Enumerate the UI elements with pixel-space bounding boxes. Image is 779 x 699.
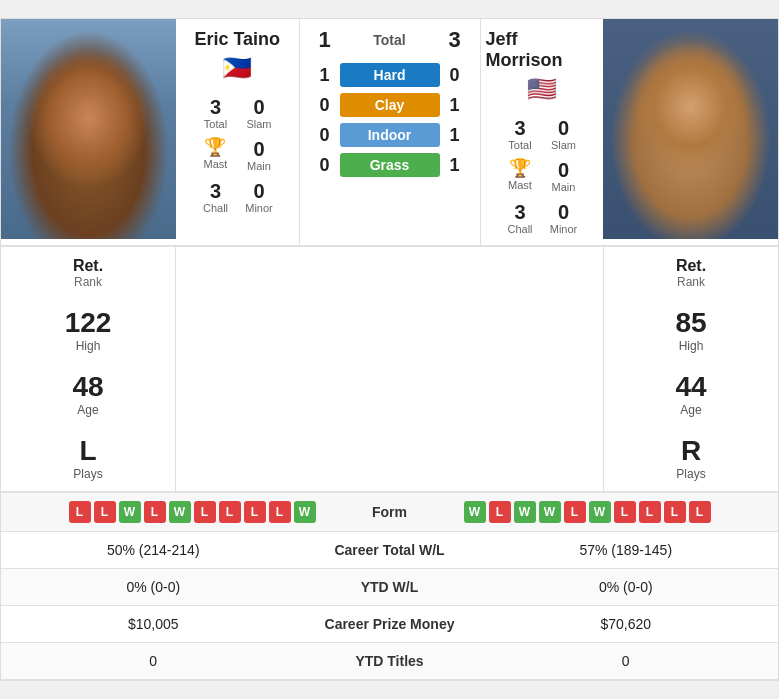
right-form-6: W [589,501,611,523]
hard-row: 1 Hard 0 [310,63,470,87]
ytd-wl-label: YTD W/L [290,579,490,595]
right-plays-cell: R Plays [676,435,705,481]
left-player-photo [1,19,176,239]
total-score-row: 1 Total 3 [310,27,470,53]
middle-section: Ret. Rank 122 High 48 Age L Plays Ret. R… [1,247,778,491]
right-flag: 🇺🇸 [527,75,557,103]
left-main-value: 0 [253,138,264,160]
right-slam-cell: 0 Slam [550,117,578,151]
right-form-7: L [614,501,636,523]
right-form-3: W [514,501,536,523]
left-mast-cell: 🏆 Mast [202,138,230,172]
left-ytd-titles: 0 [17,653,290,669]
left-form-9: L [269,501,291,523]
left-slam-label: Slam [246,118,271,130]
left-flag: 🇵🇭 [222,54,252,82]
career-wl-label: Career Total W/L [290,542,490,558]
right-age-label: Age [675,403,706,417]
grass-left-score: 0 [310,155,340,176]
indoor-left-score: 0 [310,125,340,146]
right-form-1: W [464,501,486,523]
right-form-10: L [689,501,711,523]
clay-left-score: 0 [310,95,340,116]
right-player-name: Jeff Morrison [486,29,599,71]
right-form-9: L [664,501,686,523]
left-form-4: L [144,501,166,523]
left-minor-label: Minor [245,202,273,214]
left-total-value: 3 [210,96,221,118]
clay-row: 0 Clay 1 [310,93,470,117]
right-minor-cell: 0 Minor [550,201,578,235]
career-wl-row: 50% (214-214) Career Total W/L 57% (189-… [1,532,778,569]
left-chall-value: 3 [210,180,221,202]
right-mast-label: Mast [508,179,532,191]
left-rank-value: Ret. [73,257,103,275]
right-high-cell: 85 High [675,307,706,353]
match-card: Eric Taino 🇵🇭 3 Total 0 Slam 🏆 Mast 0 Ma… [0,18,779,681]
right-plays-label: Plays [676,467,705,481]
left-age-value: 48 [72,371,103,403]
indoor-right-score: 1 [440,125,470,146]
left-plays-cell: L Plays [73,435,102,481]
left-minor-cell: 0 Minor [245,180,273,214]
right-chall-cell: 3 Chall [506,201,534,235]
prize-label: Career Prize Money [290,616,490,632]
right-main-cell: 0 Main [550,159,578,193]
left-plays-label: Plays [73,467,102,481]
right-career-wl: 57% (189-145) [490,542,763,558]
form-label: Form [320,504,460,520]
left-chall-label: Chall [203,202,228,214]
left-stats-grid: 3 Total 0 Slam 🏆 Mast 0 Main 3 Chall [202,96,273,214]
right-chall-value: 3 [514,201,525,223]
grass-row: 0 Grass 1 [310,153,470,177]
left-player-name: Eric Taino [194,29,280,50]
left-high-value: 122 [65,307,112,339]
clay-right-score: 1 [440,95,470,116]
left-form-7: L [219,501,241,523]
right-form-2: L [489,501,511,523]
left-main-label: Main [247,160,271,172]
right-slam-label: Slam [551,139,576,151]
right-stats-grid: 3 Total 0 Slam 🏆 Mast 0 Main 3 Chall [506,117,577,235]
right-minor-label: Minor [550,223,578,235]
ytd-wl-row: 0% (0-0) YTD W/L 0% (0-0) [1,569,778,606]
right-player-panel: Jeff Morrison 🇺🇸 3 Total 0 Slam 🏆 Mast 0 [480,19,604,245]
right-mast-cell: 🏆 Mast [506,159,534,193]
hard-left-score: 1 [310,65,340,86]
stats-table: 50% (214-214) Career Total W/L 57% (189-… [1,531,778,680]
form-section: L L W L W L L L L W Form W L W W L W L L… [1,491,778,531]
left-prize: $10,005 [17,616,290,632]
right-chall-label: Chall [507,223,532,235]
left-plays-value: L [73,435,102,467]
left-total-score: 1 [310,27,340,53]
right-player-photo [603,19,778,239]
left-total-cell: 3 Total [202,96,230,130]
left-player-panel: Eric Taino 🇵🇭 3 Total 0 Slam 🏆 Mast 0 Ma… [176,19,300,245]
right-age-value: 44 [675,371,706,403]
right-total-value: 3 [514,117,525,139]
total-label: Total [373,32,405,48]
right-ytd-wl: 0% (0-0) [490,579,763,595]
center-section: 1 Total 3 1 Hard 0 0 Clay 1 0 Indoor 1 0 [300,19,480,245]
right-main-label: Main [552,181,576,193]
left-rank-label: Rank [73,275,103,289]
left-form-3: W [119,501,141,523]
right-main-value: 0 [558,159,569,181]
ytd-titles-row: 0 YTD Titles 0 [1,643,778,680]
left-slam-cell: 0 Slam [245,96,273,130]
left-form-1: L [69,501,91,523]
left-minor-value: 0 [253,180,264,202]
left-slam-value: 0 [253,96,264,118]
left-trophy-icon: 🏆 [204,138,226,158]
right-rank-value: Ret. [676,257,706,275]
indoor-row: 0 Indoor 1 [310,123,470,147]
right-age-cell: 44 Age [675,371,706,417]
right-details-box: Ret. Rank 85 High 44 Age R Plays [603,247,778,491]
grass-badge: Grass [340,153,440,177]
right-total-score: 3 [440,27,470,53]
right-total-cell: 3 Total [506,117,534,151]
left-details-box: Ret. Rank 122 High 48 Age L Plays [1,247,176,491]
left-form-2: L [94,501,116,523]
right-form: W L W W L W L L L L [464,501,769,523]
right-minor-value: 0 [558,201,569,223]
